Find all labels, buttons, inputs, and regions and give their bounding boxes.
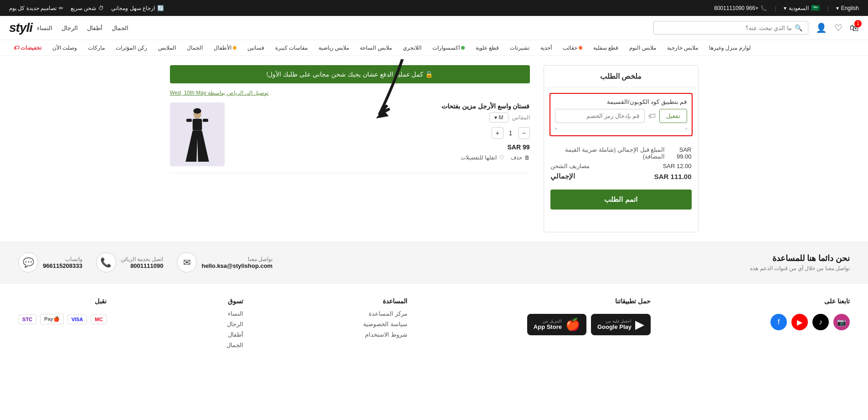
svg-rect-2	[192, 119, 202, 131]
app-store-button[interactable]: 🍎 التنزيل من App Store	[527, 314, 586, 335]
phone-icon[interactable]: 📞	[96, 252, 116, 272]
email-icon[interactable]: ✉	[177, 252, 197, 272]
youtube-icon[interactable]: ▶	[791, 314, 808, 330]
nav-item-tops[interactable]: قطع علوية	[471, 40, 503, 56]
qty-increase-button[interactable]: +	[492, 127, 503, 139]
nav-item-beauty-nav[interactable]: الجمال	[182, 40, 207, 56]
phone-value[interactable]: 8001111090	[121, 262, 164, 269]
phone-label: اتصل بخدمة الزبائن	[121, 256, 164, 262]
help-item-3[interactable]: شروط الاستخدام	[363, 331, 407, 338]
nav-item-outdoor[interactable]: ملابس خارجية	[663, 40, 703, 56]
nav-item-swimwear[interactable]: ملابس الساحة	[355, 40, 396, 56]
shop-women[interactable]: النساء	[226, 310, 243, 317]
cart-icon[interactable]: 🛍 1	[850, 23, 859, 33]
nav-item-plus[interactable]: مقاسات كبيرة	[271, 40, 312, 56]
nav-item-lingerie[interactable]: اللانجري	[398, 40, 426, 56]
nav-beauty[interactable]: الجمال	[112, 25, 128, 31]
search-box[interactable]: 🔍	[653, 21, 808, 35]
return-info: 🔄 ارجاع سهل ومجاني	[111, 5, 164, 11]
phone-icon: 📞	[760, 5, 767, 11]
arrow-annotation	[170, 178, 530, 232]
nav-item-accessories[interactable]: اكسسوارات	[428, 40, 469, 56]
product-image-svg	[179, 107, 216, 162]
size-value: M	[499, 114, 503, 121]
subtotal-label: المبلغ قبل الإجمالي (شاملة ضريبة القيمة …	[550, 146, 665, 160]
stc-icon: STC	[18, 314, 36, 324]
coupon-section-title: قم بتطبيق كود الكوبون/القسيمة	[555, 98, 687, 105]
google-play-button[interactable]: ▶ احصل عليه من Google Play	[591, 314, 651, 335]
cart-item: فستان واسع الأرجل مزين بفتحات المقاس M ▾…	[170, 102, 530, 173]
nav-item-bottoms[interactable]: قطع سفلية	[589, 40, 623, 56]
nav-item-influencers[interactable]: ركن المؤثرات	[111, 40, 151, 56]
shop-kids[interactable]: أطفال	[226, 331, 243, 338]
email-value[interactable]: hello.ksa@stylishop.com	[201, 262, 272, 269]
tiktok-icon[interactable]: ♪	[812, 314, 829, 330]
phone-number[interactable]: 📞 +966 8001111090	[714, 5, 767, 11]
flag-icon: 🇸🇦	[811, 4, 820, 12]
language-selector[interactable]: English ▾	[836, 5, 859, 11]
coupon-section: قم بتطبيق كود الكوبون/القسيمة تفعيل 🏷 ◂▸	[550, 93, 693, 136]
shipping-label: شحن سريع	[71, 5, 96, 11]
apple-icon: 🍎	[565, 318, 580, 332]
free-shipping-banner: 🔒 كمل عملية الدفع عشان يجيك شحن مجاني عل…	[170, 65, 530, 83]
social-icons: 📷 ♪ ▶ f	[770, 314, 850, 330]
nav-item-sale[interactable]: تخفيضات 🏷	[9, 40, 46, 56]
instagram-icon[interactable]: 📷	[833, 314, 850, 330]
nav-item-tshirts[interactable]: تشيرتات	[505, 40, 534, 56]
nav-item-home-decor[interactable]: لوازم منزل وغيرها	[704, 40, 755, 56]
nav-item-shoes[interactable]: أحذية	[536, 40, 556, 56]
app-title: حمل تطبيقاتنا	[527, 297, 651, 305]
search-input[interactable]	[659, 25, 792, 31]
total-row: SAR 111.00 الإجمالي	[550, 172, 692, 180]
nav-item-brands[interactable]: ماركات	[83, 40, 109, 56]
help-item-1[interactable]: مركز المساعدة	[363, 310, 407, 317]
shipping-value: SAR 12.00	[663, 163, 692, 169]
nav-women[interactable]: النساء	[37, 25, 52, 31]
cart-item-price: SAR 99	[231, 143, 530, 151]
apple-pay-icon: 🍎Pay	[40, 314, 64, 324]
support-channel-phone-text: اتصل بخدمة الزبائن 8001111090	[121, 256, 164, 269]
delivery-text: توصيل إلى الرياض بواسطة Wed, 10th May	[170, 90, 269, 96]
shop-beauty[interactable]: الجمال	[226, 342, 243, 348]
coupon-input[interactable]	[555, 109, 645, 123]
delete-button[interactable]: 🗑 حذف	[511, 154, 530, 161]
delivery-info: توصيل إلى الرياض بواسطة Wed, 10th May	[170, 90, 530, 96]
nav-men[interactable]: الرجال	[62, 25, 78, 31]
whatsapp-icon[interactable]: 💬	[18, 252, 38, 272]
payment-col: نقبل MC VISA 🍎Pay STC	[18, 297, 107, 324]
size-selector[interactable]: M ▾	[489, 113, 508, 123]
nav-item-dresses[interactable]: فساتين	[243, 40, 269, 56]
order-summary: ملخص الطلب قم بتطبيق كود الكوبون/القسيمة…	[544, 65, 699, 232]
country-selector[interactable]: 🇸🇦 السعودية ▾	[784, 4, 820, 12]
nav-item-sleepwear[interactable]: ملابس النوم	[625, 40, 660, 56]
support-title-area: نحن دائما هنا للمساعدة تواصل معنا من خلا…	[750, 253, 850, 271]
nav-item-bags[interactable]: حقائب	[558, 40, 587, 56]
coupon-apply-button[interactable]: تفعيل	[659, 109, 687, 123]
whatsapp-label: واتساب	[43, 256, 82, 262]
help-item-2[interactable]: سياسة الخصوصية	[363, 321, 407, 328]
support-title: نحن دائما هنا للمساعدة	[750, 253, 850, 263]
qty-decrease-button[interactable]: −	[518, 127, 530, 139]
scroll-indicator: ◂▸	[555, 126, 687, 131]
nav-item-clothing[interactable]: الملابس	[154, 40, 180, 56]
wishlist-icon[interactable]: ♡	[834, 22, 842, 33]
shop-men[interactable]: الرجال	[226, 321, 243, 328]
wishlist-label: انقلها للتفضيلات	[461, 154, 497, 161]
checkout-button[interactable]: اتمم الطلب	[550, 190, 692, 210]
nav-item-kids[interactable]: الأطفال	[209, 40, 241, 56]
account-icon[interactable]: 👤	[816, 22, 827, 33]
nav-kids[interactable]: أطفال	[87, 25, 103, 31]
facebook-icon[interactable]: f	[770, 314, 787, 330]
order-rows: SAR 99.00 المبلغ قبل الإجمالي (شاملة ضري…	[544, 142, 698, 190]
wishlist-button[interactable]: ♡ انقلها للتفضيلات	[461, 154, 504, 161]
nav-item-sports[interactable]: ملابس رياضية	[314, 40, 354, 56]
site-logo[interactable]: styli	[9, 20, 32, 35]
whatsapp-value[interactable]: 966115208333	[43, 262, 82, 269]
svg-rect-4	[203, 119, 208, 122]
app-store-sub-label: التنزيل من	[534, 319, 562, 323]
nav-item-new-arrivals[interactable]: وصلت الأن	[48, 40, 82, 56]
cart-item-actions: 🗑 حذف ♡ انقلها للتفضيلات	[231, 154, 530, 161]
heart-icon: ♡	[499, 154, 504, 161]
language-label: English	[841, 5, 859, 11]
google-play-sub-label: احصل عليه من	[597, 319, 632, 323]
